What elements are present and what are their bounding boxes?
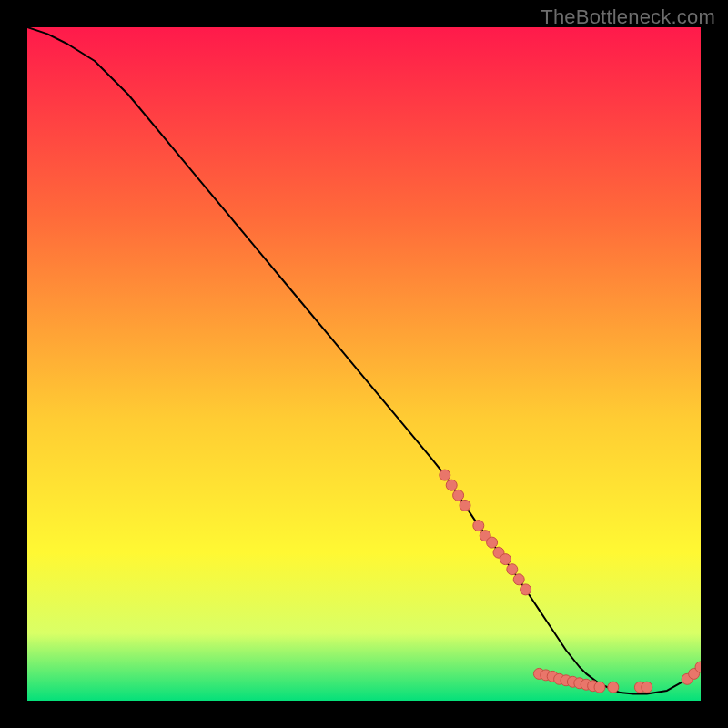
- data-marker: [513, 574, 524, 585]
- data-marker: [594, 682, 605, 693]
- data-marker: [642, 682, 652, 693]
- data-marker: [473, 521, 484, 531]
- data-marker: [487, 537, 498, 548]
- chart-frame: TheBottleneck.com: [0, 0, 728, 728]
- data-marker: [440, 470, 450, 480]
- watermark-text: TheBottleneck.com: [541, 5, 715, 29]
- data-marker: [521, 584, 531, 595]
- data-marker: [500, 554, 511, 565]
- gradient-background: [27, 27, 701, 701]
- data-marker: [507, 564, 518, 575]
- plot-svg: [27, 27, 701, 701]
- data-marker: [446, 480, 457, 490]
- data-marker: [460, 500, 470, 511]
- data-marker: [453, 490, 464, 500]
- data-marker: [608, 682, 619, 693]
- plot-area: [27, 27, 701, 701]
